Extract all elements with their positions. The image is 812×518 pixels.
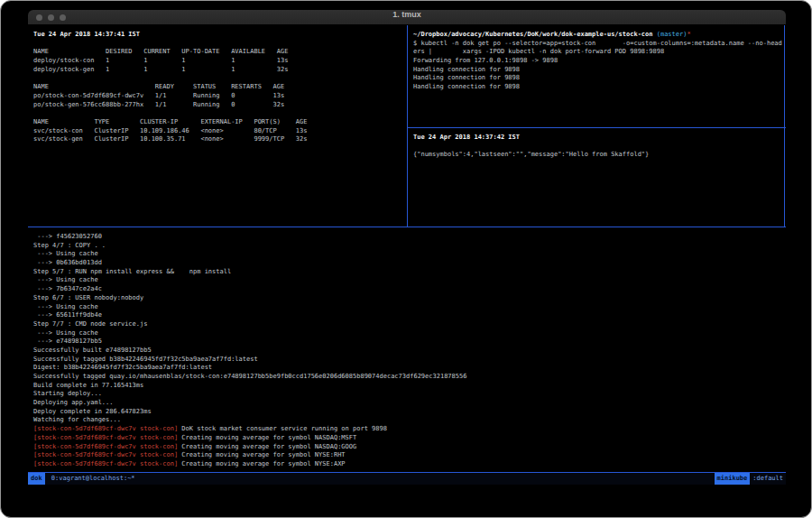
terminal-line: ---> 0b636bd013dd xyxy=(33,259,786,268)
terminal-text-segment: Step 6/7 : USER nobody:nobody xyxy=(33,294,143,301)
terminal-line: ---> Using cache xyxy=(33,329,786,338)
terminal-line: [stock-con-5d7df689cf-dwc7v stock-con] C… xyxy=(33,451,786,460)
terminal-text-segment: Creating moving average for symbol NYSE:… xyxy=(178,451,345,458)
pane-port-forward[interactable]: ~/Dropbox/advocacy/Kubernetes/DoK/work/d… xyxy=(408,25,785,127)
terminal-line: Starting deploy... xyxy=(33,390,786,399)
tmux-session: Tue 24 Apr 2018 14:37:41 ISTNAME DESIRED… xyxy=(28,25,786,492)
terminal-text-segment: Tue 24 Apr 2018 14:37:42 IST xyxy=(413,134,520,141)
pane-kubectl-watch[interactable]: Tue 24 Apr 2018 14:37:41 ISTNAME DESIRED… xyxy=(28,25,407,227)
terminal-line: {"numsymbols":4,"lastseen":"","message":… xyxy=(413,151,785,160)
terminal-line: po/stock-con-5d7df689cf-dwc7v 1/1 Runnin… xyxy=(33,92,407,101)
pane-divider-horizontal[interactable] xyxy=(28,227,786,227)
terminal-text-segment: Creating moving average for symbol NASDA… xyxy=(178,443,356,450)
terminal-line: ---> 65611ff9db4e xyxy=(33,311,786,320)
terminal-line: Step 4/7 : COPY . . xyxy=(33,242,786,251)
terminal-text-segment: Handling connection for 9898 xyxy=(413,83,520,90)
pane-divider-vertical[interactable] xyxy=(407,25,408,227)
terminal-text-segment: ~/Dropbox/advocacy/Kubernetes/DoK/work/d… xyxy=(413,31,657,38)
terminal-line: svc/stock-gen ClusterIP 10.100.35.71 <no… xyxy=(33,135,407,144)
terminal-line: $ kubectl -n dok get po --selector=app=s… xyxy=(413,40,785,49)
terminal-text-segment: deploy/stock-con 1 1 1 1 13s xyxy=(33,57,288,64)
terminal-line: Successfully built e74898127bb5 xyxy=(33,347,786,356)
terminal-text-segment: Build complete in 77.165413ms xyxy=(33,382,143,389)
terminal-line: ---> f45623052760 xyxy=(33,233,786,242)
terminal-text-segment: NAME TYPE CLUSTER-IP EXTERNAL-IP PORT(S)… xyxy=(33,118,307,125)
terminal-line: Handling connection for 9898 xyxy=(413,66,785,75)
terminal-text-segment: Forwarding from 127.0.0.1:9898 -> 9898 xyxy=(413,57,558,64)
terminal-line: Step 6/7 : USER nobody:nobody xyxy=(33,294,786,303)
terminal-text-segment: ---> f45623052760 xyxy=(33,233,102,240)
window-title-bar: 1. tmux xyxy=(28,10,786,25)
terminal-text-segment: Watching for changes... xyxy=(33,416,121,423)
terminal-text-segment: {"numsymbols":4,"lastseen":"","message":… xyxy=(413,151,649,158)
zoom-button[interactable] xyxy=(60,14,66,21)
terminal-text-segment: po/stock-con-5d7df689cf-dwc7v 1/1 Runnin… xyxy=(33,92,284,99)
terminal-text-segment: Handling connection for 9898 xyxy=(413,66,520,73)
terminal-line: NAME TYPE CLUSTER-IP EXTERNAL-IP PORT(S)… xyxy=(33,118,407,127)
terminal-text-segment: ers | xargs -IPOD kubectl -n dok port-fo… xyxy=(413,48,664,55)
terminal-text-segment: po/stock-gen-576cc688bb-277hx 1/1 Runnin… xyxy=(33,101,284,108)
terminal-line: Successfully tagged b38b42246945fd7f32c5… xyxy=(33,356,786,365)
terminal-line: NAME DESIRED CURRENT UP-TO-DATE AVAILABL… xyxy=(33,48,407,57)
terminal-text-segment: Step 7/7 : CMD node service.js xyxy=(33,320,147,328)
status-right: minikube :default xyxy=(715,473,786,485)
terminal-text-segment: ---> Using cache xyxy=(33,329,98,337)
terminal-text-segment: ---> Using cache xyxy=(33,303,98,310)
terminal-line: ---> Using cache xyxy=(33,303,786,312)
terminal-line: Step 5/7 : RUN npm install express && np… xyxy=(33,268,786,277)
pane-divider-right-horizontal[interactable] xyxy=(408,127,786,128)
terminal-text-segment: ---> e74898127bb5 xyxy=(33,338,102,345)
terminal-line xyxy=(413,143,785,152)
terminal-text-segment: [stock-con-5d7df689cf-dwc7v stock-con] xyxy=(33,460,178,467)
terminal-line: Deploying app.yaml... xyxy=(33,399,786,408)
terminal-line: Digest: b38b42246945fd7f32c5ba9aea7af7fd… xyxy=(33,364,786,373)
terminal-text-segment: Starting deploy... xyxy=(33,390,102,397)
terminal-line: NAME READY STATUS RESTARTS AGE xyxy=(33,83,407,92)
terminal-line: ---> 7b6347ce2a4c xyxy=(33,285,786,294)
screen-background: 1. tmux Tue 24 Apr 2018 14:37:41 ISTNAME… xyxy=(0,0,812,518)
terminal-text-segment: Tue 24 Apr 2018 14:37:41 IST xyxy=(33,31,140,38)
terminal-line: deploy/stock-con 1 1 1 1 13s xyxy=(33,57,407,66)
pane-border-right xyxy=(784,25,785,227)
terminal-text-segment: Handling connection for 9898 xyxy=(413,74,520,81)
terminal-text-segment: ---> 65611ff9db4e xyxy=(33,311,102,319)
terminal-line: ~/Dropbox/advocacy/Kubernetes/DoK/work/d… xyxy=(413,31,785,40)
terminal-text-segment: Deploying app.yaml... xyxy=(33,399,114,406)
terminal-line: Forwarding from 127.0.0.1:9898 -> 9898 xyxy=(413,57,785,66)
terminal-line: deploy/stock-gen 1 1 1 1 32s xyxy=(33,66,407,75)
window-title: 1. tmux xyxy=(28,10,786,19)
session-name-badge: dok xyxy=(28,473,45,485)
minimize-button[interactable] xyxy=(48,14,54,21)
terminal-line: ---> Using cache xyxy=(33,276,786,285)
terminal-text-segment: [stock-con-5d7df689cf-dwc7v stock-con] xyxy=(33,425,178,432)
terminal-line: Tue 24 Apr 2018 14:37:41 IST xyxy=(33,31,407,40)
terminal-line xyxy=(33,109,407,118)
terminal-line xyxy=(33,40,407,49)
terminal-text-segment: ---> 7b6347ce2a4c xyxy=(33,285,102,292)
terminal-line: po/stock-gen-576cc688bb-277hx 1/1 Runnin… xyxy=(33,101,407,110)
terminal-line: ---> Using cache xyxy=(33,250,786,259)
terminal-line: Handling connection for 9898 xyxy=(413,74,785,83)
terminal-window: 1. tmux Tue 24 Apr 2018 14:37:41 ISTNAME… xyxy=(28,10,786,493)
terminal-line: Step 7/7 : CMD node service.js xyxy=(33,320,786,329)
terminal-text-segment: NAME READY STATUS RESTARTS AGE xyxy=(33,83,284,90)
terminal-text-segment: Creating moving average for symbol NYSE:… xyxy=(178,460,345,467)
terminal-text-segment: Creating moving average for symbol NASDA… xyxy=(178,434,356,441)
terminal-text-segment: Successfully tagged b38b42246945fd7f32c5… xyxy=(33,356,258,363)
terminal-text-segment: ---> Using cache xyxy=(33,276,98,283)
window-list-item[interactable]: 0:vagrant@localhost:~* xyxy=(45,473,142,485)
terminal-line: ers | xargs -IPOD kubectl -n dok port-fo… xyxy=(413,48,785,57)
pane-service-response[interactable]: Tue 24 Apr 2018 14:37:42 IST{"numsymbols… xyxy=(408,128,785,227)
terminal-text-segment: svc/stock-gen ClusterIP 10.100.35.71 <no… xyxy=(33,135,307,143)
terminal-text-segment: ---> Using cache xyxy=(33,250,98,257)
terminal-text-segment: Step 4/7 : COPY . . xyxy=(33,242,106,249)
terminal-text-segment: [stock-con-5d7df689cf-dwc7v stock-con] xyxy=(33,443,178,450)
terminal-line: [stock-con-5d7df689cf-dwc7v stock-con] C… xyxy=(33,443,786,452)
close-button[interactable] xyxy=(36,14,42,21)
status-left: dok 0:vagrant@localhost:~* xyxy=(28,473,142,485)
terminal-text-segment: DoK stock market consumer service runnin… xyxy=(178,425,387,432)
terminal-text-segment: Successfully tagged quay.io/mhausenblas/… xyxy=(33,373,466,380)
pane-skaffold-build-log[interactable]: ---> f45623052760Step 4/7 : COPY . . ---… xyxy=(28,227,786,472)
terminal-text-segment: Deploy complete in 286.647823ms xyxy=(33,408,152,415)
terminal-line: Handling connection for 9898 xyxy=(413,83,785,92)
